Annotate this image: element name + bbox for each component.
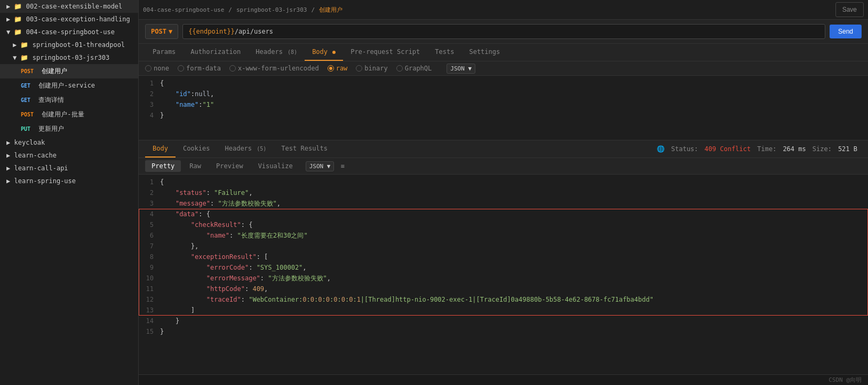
sidebar-item-update-user[interactable]: PUT 更新用户 [0,122,138,136]
method-badge-get: GET [19,82,32,89]
chevron-down-icon: ▼ [169,28,172,35]
tab-settings[interactable]: Settings [461,44,507,61]
main-content: 004-case-springboot-use / springboot-03-… [139,0,868,385]
resp-line-15: 15} [139,326,868,337]
chevron-right-icon: ▶ [6,3,14,10]
request-body-editor[interactable]: 1 { 2 "id":null, 3 "name":"1" 4 } [139,76,868,140]
response-tabs-bar: Body Cookies Headers (5) Test Results 🌐 … [139,140,868,158]
chevron-right-icon: ▶ [6,152,14,159]
format-tab-pretty[interactable]: Pretty [145,160,181,172]
sidebar-item-query-detail[interactable]: GET 查询详情 [0,93,138,107]
wrap-lines-icon[interactable]: ≡ [340,162,344,170]
resp-line-2: 2 "status": "Failure", [139,187,868,198]
sidebar-item-create-batch[interactable]: POST 创建用户-批量 [0,107,138,122]
folder-icon: 📁 [14,15,26,23]
tab-resp-cookies[interactable]: Cookies [176,140,218,158]
sidebar-item-learn-cache[interactable]: ▶ learn-cache [0,149,138,162]
radio-graphql [396,65,403,72]
sidebar-item-004[interactable]: ▼ 📁 004-case-springboot-use [0,26,138,38]
chevron-down-icon: ▼ [6,28,14,36]
tab-pre-request[interactable]: Pre-request Script [343,44,427,61]
resp-line-7: 7 }, [139,241,868,252]
sidebar: ▶ 📁 002-case-extensible-model ▶ 📁 003-ca… [0,0,139,385]
method-badge-post: POST [19,111,35,118]
sidebar-item-002[interactable]: ▶ 📁 002-case-extensible-model [0,0,138,13]
breadcrumb-part1: 004-case-springboot-use [143,6,224,13]
method-badge-post: POST [19,68,35,75]
url-endpoint-part: {{endpoint}} [188,28,235,35]
response-format-bar: Pretty Raw Preview Visualize JSON ▼ ≡ [139,158,868,175]
time-value: 264 ms [783,145,806,153]
resp-line-11: 11 "httpCode": 409, [139,284,868,294]
format-tab-visualize[interactable]: Visualize [252,160,299,172]
tab-tests[interactable]: Tests [427,44,461,61]
resp-line-3: 3 "message": "方法参数校验失败", [139,198,868,209]
tab-headers[interactable]: Headers (8) [248,44,305,61]
tab-resp-headers[interactable]: Headers (5) [217,140,274,158]
resp-line-4: 4 "data": { [139,209,868,219]
save-button[interactable]: Save [835,2,864,17]
tab-resp-body[interactable]: Body [145,140,176,158]
sidebar-item-learn-call[interactable]: ▶ learn-call-api [0,162,138,175]
resp-line-13: 13 ] [139,305,868,316]
url-path-part: /api/users [235,28,273,35]
footer-credit: CSDN @向明 [829,376,862,384]
req-line-1: 1 { [139,78,868,89]
chevron-right-icon: ▶ [6,15,14,23]
breadcrumb-part2: springboot-03-jsr303 [236,6,307,13]
body-type-binary[interactable]: binary [356,65,387,72]
radio-form-data [178,65,184,72]
folder-icon: 📁 [14,3,26,10]
sidebar-item-003[interactable]: ▶ 📁 003-case-exception-handling [0,13,138,26]
sidebar-item-create-service[interactable]: GET 创建用户-service [0,78,138,93]
radio-raw [328,65,334,72]
format-tab-raw[interactable]: Raw [183,160,208,172]
chevron-right-icon: ▶ [6,164,14,172]
chevron-right-icon: ▶ [13,41,20,49]
send-button[interactable]: Send [830,25,862,38]
body-type-urlencoded[interactable]: x-www-form-urlencoded [229,65,319,72]
globe-icon: 🌐 [657,145,665,153]
breadcrumb-current: 创建用户 [319,6,343,14]
chevron-down-icon: ▼ [13,54,20,61]
body-type-form-data[interactable]: form-data [178,65,221,72]
method-dropdown[interactable]: POST ▼ [145,24,178,39]
tab-authorization[interactable]: Authorization [183,44,248,61]
resp-line-8: 8 "exceptionResult": [ [139,252,868,262]
sidebar-item-sb01[interactable]: ▶ 📁 springboot-01-threadpool [0,38,138,51]
chevron-right-icon: ▶ [6,139,14,146]
url-input-display[interactable]: {{endpoint}}/api/users [182,24,825,39]
body-type-none[interactable]: none [145,65,169,72]
radio-none [145,65,152,72]
req-line-2: 2 "id":null, [139,89,868,99]
response-section: Body Cookies Headers (5) Test Results 🌐 … [139,140,868,374]
resp-line-9: 9 "errorCode": "SYS_100002", [139,262,868,273]
resp-line-14: 14 } [139,316,868,326]
radio-urlencoded [229,65,236,72]
request-tabs-bar: Params Authorization Headers (8) Body Pr… [139,44,868,61]
folder-icon: 📁 [20,54,32,61]
resp-line-10: 10 "errorMessage": "方法参数校验失败", [139,273,868,284]
chevron-right-icon: ▶ [6,177,14,185]
method-badge-get: GET [19,97,32,104]
body-type-raw[interactable]: raw [328,65,348,72]
url-bar: POST ▼ {{endpoint}}/api/users Send [139,20,868,44]
req-line-4: 4 } [139,110,868,121]
sidebar-item-keycloak[interactable]: ▶ keycloak [0,136,138,149]
sidebar-item-create-user[interactable]: POST 创建用户 [0,64,138,78]
size-value: 521 B [838,145,857,153]
format-tab-preview[interactable]: Preview [210,160,250,172]
body-type-graphql[interactable]: GraphQL [396,65,432,72]
footer: CSDN @向明 [139,374,868,385]
tab-body[interactable]: Body [305,44,343,61]
method-label: POST [151,28,166,35]
sidebar-item-sb03[interactable]: ▼ 📁 springboot-03-jsr303 [0,51,138,64]
response-body[interactable]: 1{2 "status": "Failure",3 "message": "方法… [139,175,868,374]
tab-resp-test-results[interactable]: Test Results [274,140,335,158]
json-format-selector[interactable]: JSON ▼ [447,65,475,72]
resp-line-5: 5 "checkResult": { [139,219,868,230]
req-line-3: 3 "name":"1" [139,99,868,110]
sidebar-item-learn-spring[interactable]: ▶ learn-spring-use [0,175,138,187]
resp-json-selector[interactable]: JSON ▼ [306,162,335,170]
tab-params[interactable]: Params [145,44,183,61]
